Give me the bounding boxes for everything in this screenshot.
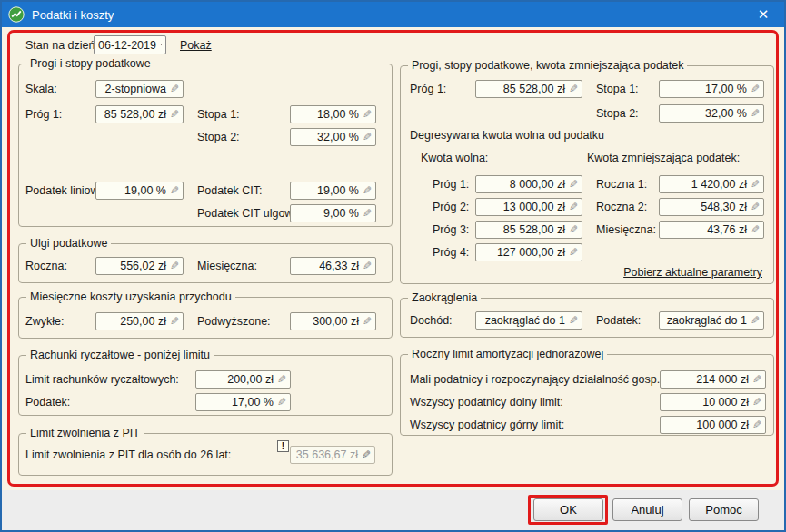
kw-miesieczna-label: Miesięczna: xyxy=(596,223,656,237)
edit-pencil-icon[interactable]: ✎ xyxy=(363,185,372,196)
group-progi-kwota: Progi, stopy podatkowe, kwota zmniejszaj… xyxy=(400,65,774,284)
kwota-wolna-heading: Kwota wolna: xyxy=(421,152,488,165)
show-link[interactable]: Pokaż xyxy=(180,39,212,53)
podatek-cit-ulgowy-label: Podatek CIT ulgowy: xyxy=(197,207,302,221)
zwykle-field[interactable]: 250,00 zł ✎ xyxy=(95,312,184,330)
pit-limit-field: 35 636,67 zł ✎ xyxy=(290,446,375,464)
podatek-cit-label: Podatek CIT: xyxy=(197,184,263,198)
stopa1-field[interactable]: 18,00 % ✎ xyxy=(290,105,376,123)
prog1-field[interactable]: 85 528,00 zł ✎ xyxy=(475,80,582,98)
group-ulgi: Ulgi podatkowe Roczna: 556,02 zł ✎ Miesi… xyxy=(18,243,393,283)
mali-podatnicy-label: Mali podatnicy i rozpoczynający działaln… xyxy=(410,373,663,387)
stopa1-field[interactable]: 17,00 % ✎ xyxy=(659,80,764,98)
edit-pencil-icon[interactable]: ✎ xyxy=(363,109,372,120)
dochod-label: Dochód: xyxy=(410,314,453,328)
edit-pencil-icon[interactable]: ✎ xyxy=(752,374,761,385)
podatek-cit-ulgowy-field[interactable]: 9,00 % ✎ xyxy=(290,204,376,222)
dochod-field[interactable]: zaokrąglać do 1 ✎ xyxy=(475,311,582,330)
edit-pencil-icon[interactable]: ✎ xyxy=(751,179,760,190)
date-input[interactable]: 06-12-2019 xyxy=(94,35,166,54)
ok-button[interactable]: OK xyxy=(533,498,603,521)
group-title: Progi, stopy podatkowe, kwota zmniejszaj… xyxy=(408,59,687,73)
help-button[interactable]: Pomoc xyxy=(689,498,759,521)
edit-pencil-icon[interactable]: ✎ xyxy=(751,202,760,212)
edit-pencil-icon[interactable]: ✎ xyxy=(569,224,578,235)
skala-field[interactable]: 2-stopniowa ✎ xyxy=(95,80,184,98)
edit-pencil-icon[interactable]: ✎ xyxy=(363,261,372,271)
edit-pencil-icon[interactable]: ✎ xyxy=(277,397,286,408)
podatek-liniowy-field[interactable]: 19,00 % ✎ xyxy=(95,182,184,200)
stopa2-field[interactable]: 32,00 % ✎ xyxy=(290,128,376,146)
prog1-label: Próg 1: xyxy=(410,83,446,96)
kw-prog1-field[interactable]: 8 000,00 zł ✎ xyxy=(475,175,582,193)
group-amortyzacja: Roczny limit amortyzacji jednorazowej Ma… xyxy=(400,354,774,436)
kwota-zmniejszajaca-heading: Kwota zmniejszająca podatek: xyxy=(587,152,740,165)
roczna1-field[interactable]: 1 420,00 zł ✎ xyxy=(659,175,764,193)
dolny-limit-field[interactable]: 10 000 zł ✎ xyxy=(660,393,766,411)
stopa1-label: Stopa 1: xyxy=(197,108,240,122)
prog1-label: Próg 1: xyxy=(25,108,62,122)
edit-pencil-icon[interactable]: ✎ xyxy=(569,84,578,94)
roczna-field[interactable]: 556,02 zł ✎ xyxy=(95,257,184,275)
roczna1-label: Roczna 1: xyxy=(596,178,647,192)
edit-pencil-icon[interactable]: ✎ xyxy=(751,224,760,235)
edit-pencil-icon[interactable]: ✎ xyxy=(752,397,761,408)
kw-prog3-field[interactable]: 85 528,00 zł ✎ xyxy=(475,221,582,239)
dolny-limit-label: Wszyscy podatnicy dolny limit: xyxy=(410,396,563,409)
edit-pencil-icon[interactable]: ✎ xyxy=(752,419,761,430)
stopa2-field[interactable]: 32,00 % ✎ xyxy=(659,104,764,123)
edit-pencil-icon[interactable]: ✎ xyxy=(363,316,372,327)
edit-pencil-icon[interactable]: ✎ xyxy=(170,261,179,271)
edit-pencil-icon[interactable]: ✎ xyxy=(363,208,372,219)
pit-limit-label: Limit zwolnienia z PIT dla osób do 26 la… xyxy=(25,448,231,462)
warning-icon: ! xyxy=(277,440,289,452)
edit-pencil-icon[interactable]: ✎ xyxy=(569,315,578,326)
stopa1-label: Stopa 1: xyxy=(596,83,639,96)
skala-label: Skala: xyxy=(25,83,57,96)
podatek-ryczalt-field[interactable]: 17,00 % ✎ xyxy=(195,393,291,411)
date-value: 06-12-2019 xyxy=(98,39,156,52)
group-pit-limit: Limit zwolnienia z PIT Limit zwolnienia … xyxy=(18,433,393,476)
edit-pencil-icon[interactable]: ✎ xyxy=(569,247,578,258)
miesieczna-field[interactable]: 46,33 zł ✎ xyxy=(290,257,376,275)
edit-pencil-icon[interactable]: ✎ xyxy=(170,109,179,120)
download-parameters-link[interactable]: Pobierz aktualne parametry xyxy=(623,266,762,280)
kw-prog4-field[interactable]: 127 000,00 zł ✎ xyxy=(475,243,582,261)
edit-pencil-icon[interactable]: ✎ xyxy=(363,132,372,143)
podwyzszone-field[interactable]: 300,00 zł ✎ xyxy=(290,312,376,330)
cancel-button[interactable]: Anuluj xyxy=(612,498,682,521)
group-title: Rachunki ryczałtowe - poniżej limitu xyxy=(26,349,214,362)
edit-pencil-icon[interactable]: ✎ xyxy=(170,316,179,327)
date-label: Stan na dzień: xyxy=(25,39,98,53)
podatek-zaokraglenia-field[interactable]: zaokrąglać do 1 ✎ xyxy=(659,311,764,330)
group-title: Progi i stopy podatkowe xyxy=(26,57,154,71)
mali-podatnicy-field[interactable]: 214 000 zł ✎ xyxy=(660,370,766,389)
miesieczna-label: Miesięczna: xyxy=(197,260,257,273)
roczna2-field[interactable]: 548,30 zł ✎ xyxy=(659,198,764,216)
edit-pencil-icon[interactable]: ✎ xyxy=(751,84,760,94)
stopa2-label: Stopa 2: xyxy=(197,131,240,144)
podatek-zaokraglenia-label: Podatek: xyxy=(596,314,641,328)
edit-pencil-icon[interactable]: ✎ xyxy=(569,179,578,190)
gorny-limit-label: Wszyscy podatnicy górny limit: xyxy=(410,419,564,432)
titlebar: Podatki i koszty ✕ xyxy=(2,2,784,27)
podatek-cit-field[interactable]: 19,00 % ✎ xyxy=(290,182,376,200)
stopa2-label: Stopa 2: xyxy=(596,107,639,121)
prog1-field[interactable]: 85 528,00 zł ✎ xyxy=(95,105,184,123)
edit-pencil-icon[interactable]: ✎ xyxy=(569,202,578,212)
gorny-limit-field[interactable]: 100 000 zł ✎ xyxy=(660,416,766,434)
kw-prog2-field[interactable]: 13 000,00 zł ✎ xyxy=(475,198,582,216)
edit-pencil-icon[interactable]: ✎ xyxy=(170,185,179,196)
edit-pencil-icon[interactable]: ✎ xyxy=(170,84,179,94)
calendar-icon[interactable] xyxy=(161,39,162,51)
edit-pencil-icon[interactable]: ✎ xyxy=(277,374,286,385)
close-icon[interactable]: ✕ xyxy=(742,2,784,27)
window-title: Podatki i koszty xyxy=(32,8,114,22)
app-icon xyxy=(8,6,25,23)
group-title: Zaokrąglenia xyxy=(408,291,481,305)
limit-ryczalt-field[interactable]: 200,00 zł ✎ xyxy=(195,370,291,389)
kw-miesieczna-field[interactable]: 43,76 zł ✎ xyxy=(659,221,764,239)
zwykle-label: Zwykłe: xyxy=(25,315,64,329)
edit-pencil-icon[interactable]: ✎ xyxy=(751,108,760,119)
edit-pencil-icon[interactable]: ✎ xyxy=(751,315,760,326)
